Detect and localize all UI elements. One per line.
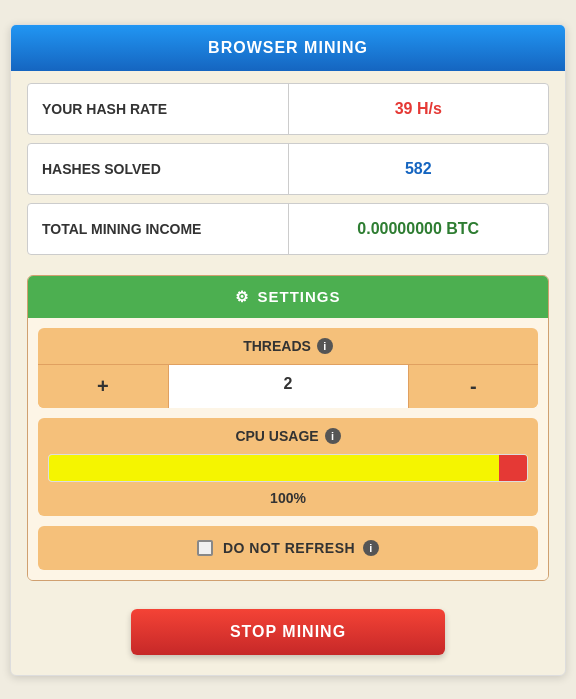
threads-minus-button[interactable]: + [38, 365, 168, 408]
cpu-percent-label: 100% [48, 490, 528, 506]
mining-income-value: 0.00000000 BTC [289, 204, 549, 254]
do-not-refresh-label: DO NOT REFRESH i [223, 540, 379, 556]
settings-title: SETTINGS [257, 288, 340, 305]
hashes-solved-row: HASHES SOLVED 582 [27, 143, 549, 195]
settings-header: SETTINGS [28, 276, 548, 318]
cpu-usage-label: CPU USAGE [235, 428, 318, 444]
cpu-usage-box: CPU USAGE i 100% [38, 418, 538, 516]
cpu-bar-red-end [499, 455, 527, 481]
gear-icon [235, 288, 249, 306]
do-not-refresh-checkbox[interactable] [197, 540, 213, 556]
hash-rate-label: YOUR HASH RATE [28, 84, 289, 134]
mining-income-row: TOTAL MINING INCOME 0.00000000 BTC [27, 203, 549, 255]
hash-rate-value: 39 H/s [289, 84, 549, 134]
cpu-bar-container [48, 454, 528, 482]
threads-box: THREADS i + 2 - [38, 328, 538, 408]
hashes-solved-value: 582 [289, 144, 549, 194]
mining-income-label: TOTAL MINING INCOME [28, 204, 289, 254]
settings-body: THREADS i + 2 - CPU USAGE i [28, 318, 548, 580]
hash-rate-row: YOUR HASH RATE 39 H/s [27, 83, 549, 135]
hashes-solved-label: HASHES SOLVED [28, 144, 289, 194]
threads-controls: + 2 - [38, 364, 538, 408]
browser-mining-widget: BROWSER MINING YOUR HASH RATE 39 H/s HAS… [10, 24, 566, 676]
settings-section: SETTINGS THREADS i + 2 - CPU USAGE i [27, 275, 549, 581]
threads-info-icon[interactable]: i [317, 338, 333, 354]
cpu-bar-fill [49, 455, 527, 481]
widget-header: BROWSER MINING [11, 25, 565, 71]
threads-label-row: THREADS i [38, 328, 538, 364]
stats-section: YOUR HASH RATE 39 H/s HASHES SOLVED 582 … [11, 71, 565, 275]
refresh-info-icon[interactable]: i [363, 540, 379, 556]
threads-value: 2 [168, 365, 409, 408]
cpu-usage-label-row: CPU USAGE i [48, 428, 528, 444]
do-not-refresh-text: DO NOT REFRESH [223, 540, 355, 556]
threads-plus-button[interactable]: - [409, 365, 539, 408]
threads-label: THREADS [243, 338, 311, 354]
cpu-info-icon[interactable]: i [325, 428, 341, 444]
stop-mining-button[interactable]: STOP MINING [131, 609, 444, 655]
stop-btn-container: STOP MINING [11, 597, 565, 675]
header-title: BROWSER MINING [208, 39, 368, 56]
do-not-refresh-box[interactable]: DO NOT REFRESH i [38, 526, 538, 570]
